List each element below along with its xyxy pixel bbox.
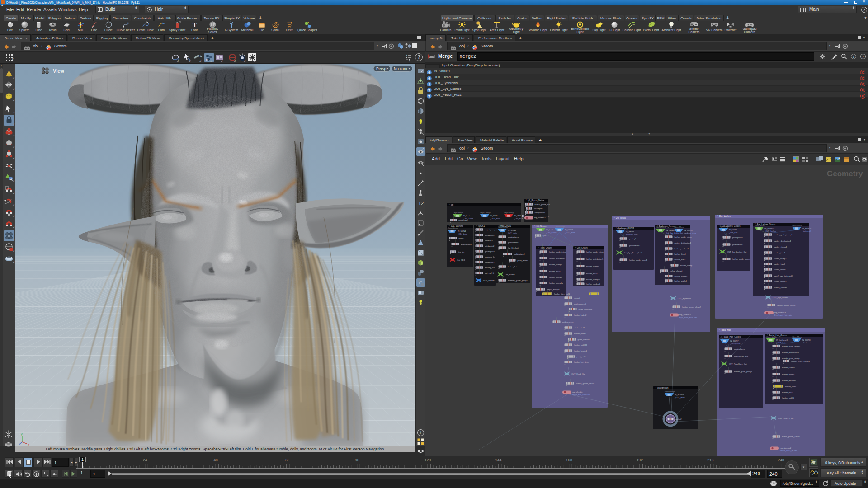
- svg-text:_OUT_lashes: _OUT_lashes: [776, 342, 788, 344]
- svg-text:hairker_length1: hairker_length1: [574, 350, 588, 352]
- svg-text:hairker_mudnut4: hairker_mudnut4: [675, 248, 689, 250]
- svg-text:_OUT_mate: _OUT_mate: [490, 217, 500, 220]
- svg-text:goudsplaces: goudsplaces: [734, 348, 745, 350]
- svg-text:hairker_distribution4: hairker_distribution4: [782, 352, 799, 354]
- svg-text:_OUT_lashes: _OUT_lashes: [764, 230, 776, 232]
- svg-text:y: y: [21, 432, 23, 436]
- svg-text:goudsplaces: goudsplaces: [629, 238, 640, 240]
- svg-text:IN_SKIN1: IN_SKIN1: [458, 230, 466, 232]
- svg-text:Object Merge: Object Merge: [504, 212, 514, 214]
- svg-text:_OBJ_base: _OBJ_base: [457, 233, 468, 235]
- svg-text:Object Merge: Object Merge: [665, 391, 675, 393]
- svg-text:Object Merge: Object Merge: [616, 228, 626, 230]
- svg-text:IN_SKIN14: IN_SKIN14: [675, 394, 684, 396]
- svg-text:240: 240: [778, 458, 784, 462]
- svg-text:goldfarmers2: goldfarmers2: [732, 244, 744, 246]
- svg-text:hairker_frizz7: hairker_frizz7: [782, 391, 794, 394]
- svg-text:hairker_unfold4: hairker_unfold4: [774, 286, 788, 289]
- svg-text:goudsplaces: goudsplaces: [508, 236, 519, 238]
- svg-text:_OUT_mate: _OUT_mate: [564, 231, 575, 234]
- svg-text:24: 24: [143, 458, 147, 462]
- svg-text:curlew_clump4: curlew_clump4: [670, 270, 683, 272]
- svg-text:goldfarmers2: goldfarmers2: [508, 241, 519, 244]
- svg-text:12: 12: [418, 201, 424, 206]
- svg-text:hairker_guide_interp: hairker_guide_interp: [586, 251, 604, 253]
- svg-text:Out_Eye_Brow_Guides: Out_Eye_Brow_Guides: [624, 252, 644, 254]
- svg-text:IN_SKIN10: IN_SKIN10: [802, 227, 812, 230]
- svg-text:_Out_Cente: _Out_Cente: [546, 231, 557, 234]
- svg-text:merge2: merge2: [675, 418, 682, 420]
- svg-text:IN_SKIN3: IN_SKIN3: [565, 229, 573, 231]
- svg-text:rop_alembic: rop_alembic: [572, 391, 583, 393]
- svg-text:customs_fin: customs_fin: [485, 256, 495, 258]
- svg-text:⌃ Lift_Export_Native: ⌃ Lift_Export_Native: [525, 199, 544, 202]
- svg-text:Peach_Fuzz_All.abc: Peach_Fuzz_All.abc: [780, 450, 797, 452]
- svg-text:eyebrow_area: eyebrow_area: [626, 233, 638, 235]
- svg-text:⌃ Right_Groom: ⌃ Right_Groom: [538, 247, 552, 249]
- svg-text:attribpaint3: attribpaint3: [485, 261, 495, 263]
- svg-text:⌃ Eye_Lashes: ⌃ Eye_Lashes: [717, 215, 731, 217]
- svg-text:hairker_hydro2: hairker_hydro2: [574, 314, 587, 316]
- svg-text:hairker_chest_clump1: hairker_chest_clump1: [791, 360, 810, 362]
- svg-text:OUT_Peachfuzz_Gui: OUT_Peachfuzz_Gui: [729, 363, 747, 365]
- svg-text:rop_alembic1: rop_alembic1: [534, 216, 546, 219]
- svg-text:72: 72: [284, 458, 289, 462]
- svg-text:hairker_guide_interp1: hairker_guide_interp1: [782, 357, 801, 360]
- svg-text:_clashpaste: _clashpaste: [730, 343, 741, 345]
- svg-text:168: 168: [566, 458, 572, 462]
- svg-text:hairker_width4: hairker_width4: [675, 280, 687, 282]
- svg-text:hairker_frizz4: hairker_frizz4: [774, 252, 786, 254]
- svg-text:hairker_guide_interp: hairker_guide_interp: [675, 236, 692, 238]
- svg-text:Object Merge: Object Merge: [448, 227, 458, 229]
- svg-text:IN_SKIN: IN_SKIN: [490, 215, 497, 217]
- svg-text:⌃ Facial_Hair: ⌃ Facial_Hair: [718, 329, 731, 331]
- svg-text:hairker_guide_proxy4: hairker_guide_proxy4: [732, 258, 751, 260]
- svg-text:paint_matter: paint_matter: [518, 259, 528, 262]
- svg-text:Object Merge: Object Merge: [536, 226, 547, 228]
- svg-text:goldsplaces-knot: goldsplaces-knot: [734, 355, 749, 357]
- svg-text:Object Merge: Object Merge: [792, 336, 802, 338]
- svg-text:object_morgan: object_morgan: [547, 288, 560, 291]
- svg-text:OUT_Eyebrows: OUT_Eyebrows: [678, 297, 691, 300]
- svg-text:hairker_length4: hairker_length4: [675, 275, 688, 277]
- svg-text:hairker_frizz_curl1: hairker_frizz_curl1: [554, 293, 570, 295]
- svg-text:paint2_eye_lash_width: paint2_eye_lash_width: [774, 275, 793, 277]
- svg-text:hairker_frizz1: hairker_frizz1: [675, 258, 686, 261]
- svg-text:hairker_guide_interp4: hairker_guide_interp4: [774, 234, 793, 236]
- svg-text:Out_builder: Out_builder: [505, 273, 515, 276]
- svg-text:Eye_Brow_Hairs.abc: Eye_Brow_Hairs.abc: [679, 316, 697, 319]
- svg-text:hairker_declare1: hairker_declare1: [782, 380, 797, 382]
- svg-text:attribpaint2: attribpaint2: [485, 245, 495, 247]
- svg-text:hairker_clump2: hairker_clump2: [782, 366, 795, 369]
- svg-text:Object Merge: Object Merge: [656, 226, 666, 228]
- svg-text:eyebrow_area: eyebrow_area: [684, 232, 696, 234]
- svg-text:rop_alembic2: rop_alembic2: [679, 314, 691, 316]
- svg-text:48: 48: [213, 458, 218, 462]
- svg-text:View: View: [53, 68, 64, 74]
- svg-text:hairker_groom_clean2: hairker_groom_clean2: [682, 306, 701, 308]
- svg-text:hairker_guide_proxy4: hairker_guide_proxy4: [734, 371, 753, 373]
- svg-text:hairker_clump4: hairker_clump4: [774, 246, 787, 248]
- svg-text:hairker_hert_brim: hairker_hert_brim: [574, 361, 589, 363]
- svg-text:No cam: No cam: [394, 66, 407, 71]
- svg-text:hairker_frizz5: hairker_frizz5: [774, 263, 786, 265]
- svg-text:goldfarmers2: goldfarmers2: [629, 244, 641, 247]
- svg-text:Object Merge: Object Merge: [792, 225, 802, 226]
- svg-text:rop_alembic3: rop_alembic3: [774, 311, 786, 314]
- svg-text:Eye_Lash_Hairs.abc: Eye_Lash_Hairs.abc: [774, 314, 792, 316]
- svg-text:merge2: merge2: [574, 297, 581, 299]
- svg-text:attribute2: attribute2: [485, 239, 493, 242]
- svg-text:OUT_Eye_Lashes: OUT_Eye_Lashes: [773, 296, 788, 299]
- svg-text:IN_hairbase3: IN_hairbase3: [776, 339, 788, 341]
- svg-text:hairker_bright4: hairker_bright4: [782, 373, 795, 375]
- svg-text:Object Merge: Object Merge: [674, 226, 684, 228]
- svg-text:144: 144: [495, 458, 501, 462]
- svg-text:OUT_strands: OUT_strands: [483, 279, 495, 282]
- svg-text:_OUT_mate: _OUT_mate: [674, 396, 685, 399]
- svg-text:OUT_Head_Hair: OUT_Head_Hair: [571, 373, 586, 375]
- svg-text:hockey_lisa: hockey_lisa: [485, 267, 495, 269]
- svg-text:IN_Lashes: IN_Lashes: [463, 215, 472, 217]
- svg-text:hairker_frizz4: hairker_frizz4: [675, 253, 686, 255]
- svg-text:curlew_unfold: curlew_unfold: [774, 268, 786, 271]
- svg-text:hairker_clump4: hairker_clump4: [586, 265, 599, 267]
